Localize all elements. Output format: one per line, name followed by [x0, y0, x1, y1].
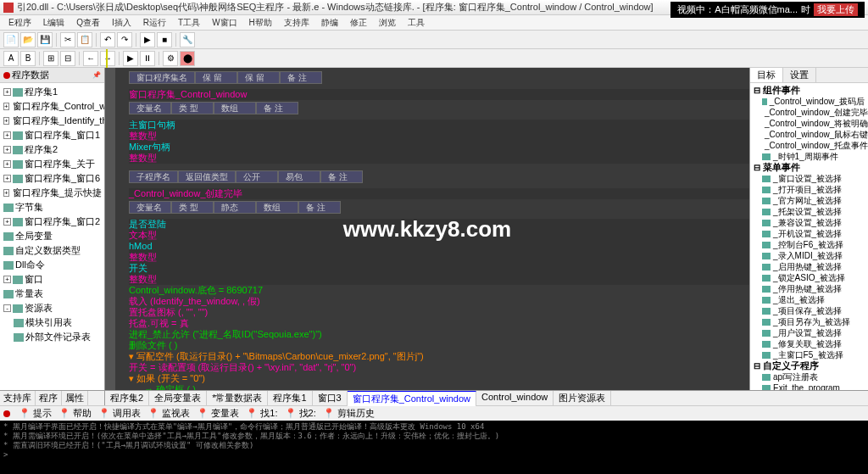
event-item[interactable]: _官方网址_被选择 [752, 195, 866, 206]
menu-item[interactable]: T工具 [173, 17, 205, 29]
editor-tab[interactable]: 程序集2 [105, 391, 149, 406]
stop-button[interactable]: ■ [157, 32, 172, 47]
tree-item[interactable]: +窗口程序集_窗口6 [2, 171, 103, 186]
menu-item[interactable]: L编辑 [38, 17, 70, 29]
event-item[interactable]: _Control_window_鼠标右键被按下 [752, 129, 866, 140]
event-item[interactable]: _托架设置_被选择 [752, 206, 866, 217]
tree-item[interactable]: 字节集 [2, 200, 103, 215]
tree-item[interactable]: +窗口程序集_Control_window [2, 99, 103, 114]
event-item[interactable]: Exit_the_program [752, 382, 866, 390]
tree-item[interactable]: +程序集2 [2, 142, 103, 157]
editor-tab[interactable]: 窗口程序集_Control_window [348, 391, 476, 406]
event-item[interactable]: _打开项目_被选择 [752, 184, 866, 195]
tree-item[interactable]: +窗口程序集_窗口1 [2, 128, 103, 142]
open-button[interactable]: 📂 [20, 32, 36, 47]
event-item[interactable]: _开机设置_被选择 [752, 228, 866, 239]
tool-button[interactable]: 🔧 [180, 32, 195, 47]
tree-item[interactable]: 模块引用表 [2, 315, 103, 330]
output-console[interactable]: * 黑月编译于界面已经开启！快捷编译方式在菜单"编译→黑月编译"，命令行编译；黑… [0, 421, 868, 474]
group-header[interactable]: ⊟ 自定义子程序 [752, 360, 866, 371]
tree-item[interactable]: +窗口程序集_提示快捷 [2, 186, 103, 200]
new-button[interactable]: 📄 [3, 32, 19, 47]
tree-item[interactable]: 自定义数据类型 [2, 243, 103, 258]
tab-target[interactable]: 目标 [750, 68, 783, 82]
status-icon [3, 410, 10, 417]
menu-item[interactable]: 修正 [345, 17, 372, 29]
tree-item[interactable]: -资源表 [2, 301, 103, 315]
tree-item[interactable]: 外部文件记录表 [2, 330, 103, 344]
menu-item[interactable]: H帮助 [244, 17, 277, 29]
tree-item[interactable]: +窗口 [2, 272, 103, 287]
left-tab[interactable]: 属性 [62, 391, 88, 405]
tree-item[interactable]: Dll命令 [2, 258, 103, 272]
event-item[interactable]: _主窗口F5_被选择 [752, 349, 866, 360]
editor-tab[interactable]: *常量数据表 [207, 391, 268, 406]
tree-item[interactable]: +窗口程序集_Identify_the_wind [2, 114, 103, 128]
right-tabs[interactable]: 目标 设置 [750, 68, 868, 83]
event-item[interactable]: _退出_被选择 [752, 294, 866, 305]
event-item[interactable]: _窗口设置_被选择 [752, 173, 866, 184]
event-item[interactable]: _兼容设置_被选择 [752, 217, 866, 228]
hint-item[interactable]: 📍 监视表 [147, 407, 190, 420]
left-tab[interactable]: 程序 [36, 391, 62, 405]
editor-tab[interactable]: 图片资源表 [554, 391, 611, 406]
event-item[interactable]: _项目另存为_被选择 [752, 316, 866, 327]
menu-item[interactable]: 支持库 [279, 17, 314, 29]
redo-button[interactable]: ↷ [117, 32, 132, 47]
tab-settings[interactable]: 设置 [783, 68, 816, 82]
right-panel: 目标 设置 ⊟ 组件事件_Control_window_拨码后_Control_… [749, 68, 868, 390]
tree-item[interactable]: +程序集1 [2, 85, 103, 99]
menu-item[interactable]: Q查看 [71, 17, 105, 29]
event-item[interactable]: _录入MIDI_被选择 [752, 250, 866, 261]
left-tab[interactable]: 支持库 [0, 391, 36, 405]
save-button[interactable]: 💾 [37, 32, 53, 47]
code-editor[interactable]: www.kkzy8.com 窗口程序集名保 留保 留备 注窗口程序集_Contr… [105, 68, 749, 390]
tree-item[interactable]: 常量表 [2, 287, 103, 301]
menu-item[interactable]: 浏览 [374, 17, 401, 29]
notification-popup[interactable]: 视频中：A白帽高频微信ma... 时 我要上传 [670, 2, 865, 18]
editor-tab[interactable]: 程序集1 [268, 391, 312, 406]
pin-icon[interactable]: 📌 [92, 71, 101, 79]
menu-item[interactable]: 工具 [403, 17, 430, 29]
editor-tab[interactable]: Control_window [476, 391, 554, 406]
event-item[interactable]: _用户设置_被选择 [752, 327, 866, 338]
event-item[interactable]: _修复关联_被选择 [752, 338, 866, 349]
hint-item[interactable]: 📍 提示 [19, 407, 52, 420]
event-item[interactable]: _停用热键_被选择 [752, 283, 866, 294]
menu-item[interactable]: I插入 [107, 17, 136, 29]
group-header[interactable]: ⊟ 菜单事件 [752, 162, 866, 173]
group-header[interactable]: ⊟ 组件事件 [752, 85, 866, 96]
event-item[interactable]: _时钟1_周期事件 [752, 151, 866, 162]
event-item[interactable]: _项目保存_被选择 [752, 305, 866, 316]
tree-item[interactable]: 全局变量 [2, 229, 103, 243]
hint-item[interactable]: 📍 找1: [246, 407, 277, 420]
event-item[interactable]: _启用热键_被选择 [752, 261, 866, 272]
run-button[interactable]: ▶ [140, 32, 155, 47]
undo-button[interactable]: ↶ [100, 32, 115, 47]
hint-item[interactable]: 📍 帮助 [58, 407, 92, 420]
toolbar-2: AB ⊞⊟ ←→ ▶⏸ ⚙⬤ [0, 49, 868, 68]
hint-item[interactable]: 📍 找2: [285, 407, 316, 420]
hint-item[interactable]: 📍 调用表 [98, 407, 141, 420]
editor-tab[interactable]: 全局变量表 [149, 391, 207, 406]
cut-button[interactable]: ✂ [60, 32, 75, 47]
event-item[interactable]: api写注册表 [752, 371, 866, 382]
hint-item[interactable]: 📍 变量表 [197, 407, 239, 420]
hint-item[interactable]: 📍 剪辑历史 [323, 407, 375, 420]
tree-item[interactable]: +窗口程序集_关于 [2, 157, 103, 171]
tree-item[interactable]: +窗口程序集_窗口2 [2, 215, 103, 229]
menu-item[interactable]: 静编 [316, 17, 343, 29]
event-item[interactable]: _Control_window_拨码后 [752, 96, 866, 107]
event-item[interactable]: _控制台F6_被选择 [752, 239, 866, 250]
menu-item[interactable]: R运行 [138, 17, 171, 29]
copy-button[interactable]: 📋 [77, 32, 92, 47]
event-item[interactable]: _Control_window_创建完毕 [752, 107, 866, 118]
program-tree[interactable]: +程序集1+窗口程序集_Control_window+窗口程序集_Identif… [0, 83, 104, 346]
event-item[interactable]: _锁定ASIO_被选择 [752, 272, 866, 283]
editor-tab[interactable]: 窗口3 [313, 391, 348, 406]
menu-item[interactable]: W窗口 [207, 17, 242, 29]
menu-item[interactable]: E程序 [3, 17, 36, 29]
upload-button[interactable]: 我要上传 [814, 3, 858, 16]
event-item[interactable]: _Control_window_将被明确 [752, 118, 866, 129]
event-item[interactable]: _Control_window_托盘事件 [752, 140, 866, 151]
